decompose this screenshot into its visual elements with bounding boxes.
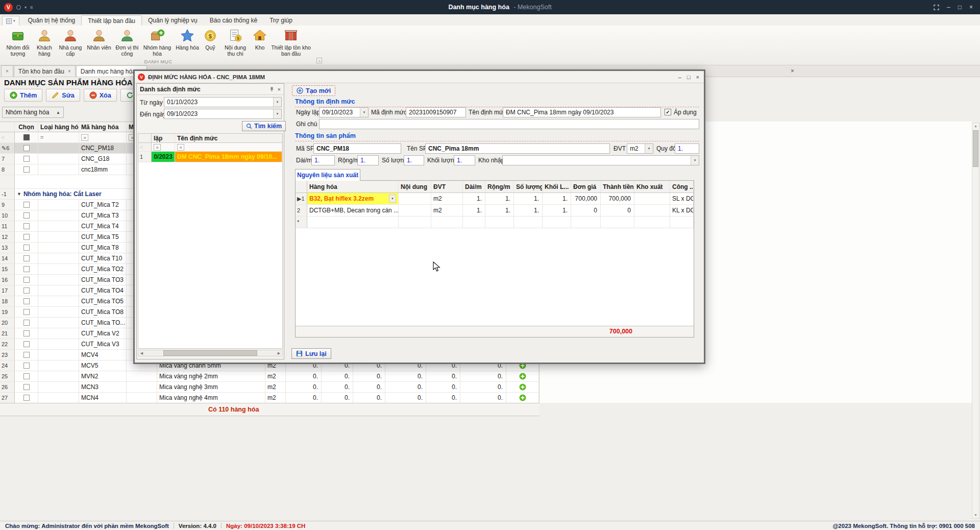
close-icon[interactable]: × — [969, 4, 973, 10]
column-header[interactable]: Đơn giá — [571, 181, 601, 192]
norm-row[interactable]: 10/2023ĐM CNC_Pima 18mm ngày 09/10... — [138, 152, 282, 162]
scrollbar-thumb[interactable] — [973, 130, 978, 167]
group-by-selector[interactable]: Nhóm hàng hóa ▲ — [2, 107, 64, 118]
norm-code-input[interactable]: 20231009150907 — [406, 107, 466, 117]
product-row[interactable]: 27MCN4Mica vàng nghệ 4mmm20.0.0.0.0.0. — [0, 393, 539, 403]
row-checkbox[interactable] — [23, 156, 30, 162]
norm-name-input[interactable]: ĐM CNC_Pima 18mm ngày 09/10/2023 — [503, 107, 661, 117]
filter-text-icon[interactable]: a — [154, 144, 161, 151]
column-header[interactable]: Tên định mức — [175, 134, 282, 142]
ribbon-item-7[interactable]: Hàng hóa — [174, 27, 201, 51]
vertical-scrollbar[interactable]: ▲ ▼ — [972, 123, 979, 519]
material-row[interactable]: ▶1B32, Bạt hiflex 3.2zem▼m21.1.1.1.700,0… — [296, 193, 694, 205]
column-header[interactable]: Công ... — [670, 181, 694, 192]
close-tab-group-button[interactable]: × — [1, 65, 13, 77]
ribbon-item-10[interactable]: Kho — [251, 27, 268, 51]
ribbon-item-8[interactable]: $Quỹ — [201, 27, 219, 51]
delete-button[interactable]: Xóa — [84, 89, 117, 102]
column-header[interactable]: Nội dung — [399, 181, 431, 192]
ribbon-tab-4[interactable]: Báo cáo thống kê — [204, 15, 263, 26]
new-material-row[interactable]: * — [296, 216, 694, 228]
column-header[interactable]: Số lượng — [514, 181, 543, 192]
ribbon-item-2[interactable]: Khách hàng — [33, 27, 56, 58]
fullscreen-icon[interactable] — [934, 5, 939, 10]
chevron-down-icon[interactable]: ▾ — [24, 5, 27, 10]
row-checkbox[interactable] — [23, 212, 30, 219]
product-row[interactable]: 25MVN2Mica vàng nghệ 2mmm20.0.0.0.0.0. — [0, 371, 539, 382]
tab-materials[interactable]: Nguyên liệu sản xuất — [295, 169, 360, 181]
document-tab-1[interactable]: Tồn kho ban đầu× — [14, 65, 76, 77]
weight-input[interactable]: 1. — [454, 155, 475, 165]
filter-checkbox[interactable] — [23, 134, 30, 140]
ribbon-tab-2[interactable]: Thiết lập ban đầu — [81, 15, 142, 26]
row-checkbox[interactable] — [23, 373, 30, 379]
ribbon-item-1[interactable]: Nhóm đối tượng — [3, 27, 33, 58]
column-header[interactable]: lập — [152, 134, 175, 142]
chevron-down-icon[interactable]: ▾ — [360, 108, 368, 117]
scrollbar-thumb[interactable] — [163, 350, 257, 356]
maximize-icon[interactable]: □ — [958, 4, 962, 10]
created-date-input[interactable]: 09/10/2023 ▾ — [319, 107, 369, 117]
material-product-cell[interactable]: B32, Bạt hiflex 3.2zem▼ — [307, 193, 399, 204]
chevron-down-icon[interactable]: ▼ — [389, 195, 396, 203]
row-checkbox[interactable] — [23, 223, 30, 229]
row-checkbox[interactable] — [23, 395, 30, 401]
qty-input[interactable]: 1. — [404, 155, 424, 165]
warehouse-combo[interactable]: ▾ — [502, 155, 699, 165]
column-header[interactable]: Mã hàng hóa — [79, 122, 127, 132]
ribbon-collapse-icon[interactable]: ↘ — [316, 58, 322, 63]
row-checkbox[interactable] — [23, 298, 30, 304]
ribbon-tab-5[interactable]: Trợ giúp — [263, 15, 299, 26]
row-checkbox[interactable] — [23, 320, 30, 326]
scroll-left-icon[interactable]: ◀ — [138, 351, 145, 355]
to-date-input[interactable]: 09/10/2023 ▾ — [164, 109, 282, 119]
ribbon-item-11[interactable]: Thiết lập tồn kho ban đầu — [268, 27, 313, 58]
search-button[interactable]: Tìm kiếm — [242, 121, 286, 131]
ribbon-tab-1[interactable]: Quản trị hệ thống — [22, 15, 82, 26]
width-input[interactable]: 1. — [357, 155, 379, 165]
row-checkbox[interactable] — [23, 287, 30, 294]
ribbon-item-6[interactable]: Nhóm hàng hóa — [141, 27, 174, 58]
chevron-down-icon[interactable]: ▾ — [645, 144, 653, 153]
minimize-icon[interactable]: – — [947, 4, 950, 10]
scroll-right-icon[interactable]: ▶ — [276, 351, 282, 355]
chevron-down-icon[interactable]: ▾ — [273, 109, 281, 118]
filter-text-icon[interactable]: a — [177, 144, 184, 151]
app-logo-icon[interactable]: V — [4, 3, 13, 12]
dialog-titlebar[interactable]: V ĐỊNH MỨC HÀNG HÓA - CNC_PIMA 18MM – □ … — [135, 71, 704, 83]
length-input[interactable]: 1. — [311, 155, 335, 165]
row-checkbox[interactable] — [23, 145, 30, 151]
row-checkbox[interactable] — [23, 341, 30, 347]
filter-row[interactable]: -:aa — [138, 143, 282, 152]
add-button[interactable]: Thêm — [4, 89, 42, 102]
row-checkbox[interactable] — [23, 352, 30, 358]
column-header[interactable]: Thành tiền — [601, 181, 634, 192]
scroll-down-icon[interactable]: ▼ — [974, 512, 977, 518]
column-header[interactable]: Rộng/m — [485, 181, 514, 192]
dialog-minimize-button[interactable]: – — [678, 74, 681, 80]
uom-combo[interactable]: m2 ▾ — [627, 143, 653, 154]
column-header[interactable]: Hàng hóa — [307, 181, 399, 192]
add-norm-icon[interactable] — [506, 382, 539, 392]
dialog-maximize-button[interactable]: □ — [687, 74, 691, 80]
toolbar-customize-icon[interactable]: ≡ — [30, 5, 33, 10]
save-button[interactable]: Lưu lại — [291, 348, 331, 359]
sku-input[interactable]: CNC_PM18 — [313, 143, 401, 154]
column-header[interactable]: Kho xuất — [634, 181, 670, 192]
chevron-down-icon[interactable]: ▾ — [691, 156, 699, 165]
ribbon-mini-tab[interactable]: ▾ — [2, 16, 19, 26]
row-checkbox[interactable] — [23, 234, 30, 240]
row-checkbox[interactable] — [23, 202, 30, 208]
dialog-close-button[interactable]: × — [696, 74, 699, 80]
column-header[interactable]: Chọn — [15, 122, 38, 132]
row-checkbox[interactable] — [23, 266, 30, 272]
note-input[interactable] — [319, 119, 699, 129]
row-checkbox[interactable] — [23, 363, 30, 369]
column-header[interactable]: Loại hàng hóa — [38, 122, 79, 132]
ribbon-item-5[interactable]: Đơn vị thi công — [113, 27, 141, 58]
column-header[interactable]: Khối L... — [543, 181, 571, 192]
row-checkbox[interactable] — [23, 309, 30, 315]
material-product-cell[interactable]: DCTGB+MB, Decan trong cán ... — [307, 205, 399, 216]
quick-access-icon[interactable] — [16, 5, 21, 10]
create-new-button[interactable]: Tạo mới — [292, 85, 335, 96]
